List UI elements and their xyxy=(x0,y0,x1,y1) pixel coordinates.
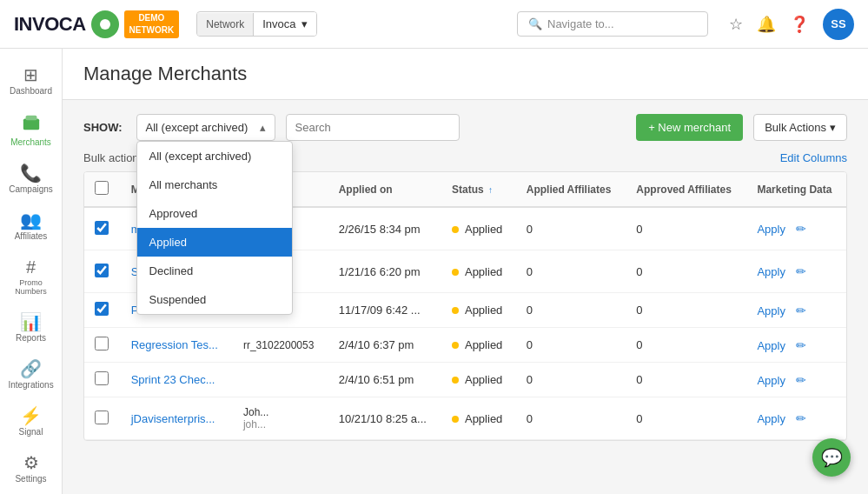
row-applied-affiliates: 0 xyxy=(516,397,626,440)
user-line1: rr_3102200053 xyxy=(243,339,318,351)
top-nav: INVOCA DEMO NETWORK Network Invoca ▾ 🔍 N… xyxy=(0,0,868,49)
merchant-link[interactable]: Sprint 23 Chec... xyxy=(131,373,215,386)
merchant-link[interactable]: jDavisenterpris... xyxy=(131,412,215,425)
row-marketing-data: Apply ✏ xyxy=(746,207,846,250)
edit-icon[interactable]: ✏ xyxy=(796,304,806,317)
reports-icon: 📊 xyxy=(20,313,42,330)
avatar[interactable]: SS xyxy=(823,9,854,40)
sidebar-item-reports[interactable]: 📊 Reports xyxy=(3,306,59,350)
edit-icon[interactable]: ✏ xyxy=(796,222,806,236)
edit-icon[interactable]: ✏ xyxy=(796,264,806,278)
status-dot xyxy=(452,226,459,233)
row-checkbox[interactable] xyxy=(95,337,109,350)
star-icon[interactable]: ☆ xyxy=(729,15,743,34)
row-status: Applied xyxy=(441,207,516,250)
edit-icon[interactable]: ✏ xyxy=(796,373,806,387)
status-dot xyxy=(452,377,459,384)
row-marketing-data: Apply ✏ xyxy=(746,328,846,363)
row-applied-on: 2/26/15 8:34 pm xyxy=(328,207,441,250)
row-applied-affiliates: 0 xyxy=(516,328,626,363)
row-user: Joh... joh... xyxy=(233,397,328,440)
col-approved-affiliates: Approved Affiliates xyxy=(626,172,746,207)
apply-button[interactable]: Apply xyxy=(757,265,785,278)
col-marketing-data: Marketing Data xyxy=(746,172,846,207)
merchant-link[interactable]: Regression Tes... xyxy=(131,338,218,351)
help-icon[interactable]: ❓ xyxy=(790,15,809,34)
col-checkbox xyxy=(84,172,121,207)
bell-icon[interactable]: 🔔 xyxy=(757,15,776,34)
user-line1: Joh... xyxy=(243,406,318,418)
toolbar: SHOW: All (except archived) ▴ All (excep… xyxy=(83,114,847,141)
status-dot xyxy=(452,342,459,349)
row-checkbox-cell xyxy=(84,207,121,250)
select-all-checkbox[interactable] xyxy=(95,181,109,195)
filter-button[interactable]: All (except archived) ▴ xyxy=(136,114,275,141)
sidebar: ⊞ Dashboard Merchants 📞 Campaigns 👥 Affi… xyxy=(0,49,63,494)
bulk-actions-label: Bulk Actions xyxy=(765,121,826,134)
filter-dropdown[interactable]: All (except archived) ▴ All (except arch… xyxy=(136,114,275,141)
row-checkbox[interactable] xyxy=(95,411,109,424)
apply-button[interactable]: Apply xyxy=(757,223,785,236)
sidebar-item-integrations[interactable]: 🔗 Integrations xyxy=(3,353,59,397)
chat-bubble[interactable]: 💬 xyxy=(812,438,851,477)
network-value: Invoca xyxy=(262,17,295,30)
row-applied-on: 11/17/09 6:42 ... xyxy=(328,293,441,328)
edit-columns-button[interactable]: Edit Columns xyxy=(780,151,847,164)
sidebar-item-merchants[interactable]: Merchants xyxy=(3,106,59,154)
sidebar-item-settings[interactable]: ⚙ Settings xyxy=(3,447,59,491)
row-merchant: Sprint 23 Chec... xyxy=(121,363,233,397)
bulk-actions-button[interactable]: Bulk Actions ▾ xyxy=(753,114,847,141)
row-applied-on: 2/4/10 6:37 pm xyxy=(328,328,441,363)
search-input[interactable] xyxy=(286,114,460,141)
network-dropdown[interactable]: Invoca ▾ xyxy=(254,12,315,36)
row-user xyxy=(233,363,328,397)
row-user: rr_3102200053 xyxy=(233,328,328,363)
user-line2: joh... xyxy=(243,418,318,431)
filter-option-suspended[interactable]: Suspended xyxy=(137,285,292,314)
row-checkbox[interactable] xyxy=(95,221,109,235)
main-layout: ⊞ Dashboard Merchants 📞 Campaigns 👥 Affi… xyxy=(0,49,868,494)
logo-icon xyxy=(91,10,119,38)
apply-button[interactable]: Apply xyxy=(757,339,785,352)
row-applied-on: 1/21/16 6:20 pm xyxy=(328,250,441,293)
sidebar-item-promo-numbers[interactable]: # Promo Numbers xyxy=(3,251,59,303)
edit-icon[interactable]: ✏ xyxy=(796,411,806,425)
col-status[interactable]: Status ↑ xyxy=(441,172,516,207)
filter-option-all-except-archived[interactable]: All (except archived) xyxy=(137,142,292,170)
page-title: Manage Merchants xyxy=(83,63,847,85)
nav-search[interactable]: 🔍 Navigate to... xyxy=(517,11,708,37)
filter-option-applied[interactable]: Applied xyxy=(137,228,292,257)
apply-button[interactable]: Apply xyxy=(757,304,785,317)
new-merchant-button[interactable]: + New merchant xyxy=(636,114,743,141)
row-status: Applied xyxy=(441,328,516,363)
network-selector[interactable]: Network Invoca ▾ xyxy=(196,11,316,37)
sidebar-item-dashboard[interactable]: ⊞ Dashboard xyxy=(3,59,59,103)
edit-icon[interactable]: ✏ xyxy=(796,338,806,352)
row-checkbox[interactable] xyxy=(95,302,109,316)
chevron-down-icon: ▾ xyxy=(830,121,836,134)
row-applied-affiliates: 0 xyxy=(516,363,626,397)
table-row: jDavisenterpris... Joh... joh... 10/21/1… xyxy=(84,397,846,440)
promo-numbers-icon: # xyxy=(26,258,36,276)
sidebar-item-campaigns[interactable]: 📞 Campaigns xyxy=(3,157,59,201)
row-applied-on: 2/4/10 6:51 pm xyxy=(328,363,441,397)
sort-icon: ↑ xyxy=(488,185,493,195)
sidebar-item-signal[interactable]: ⚡ Signal xyxy=(3,400,59,444)
sidebar-item-affiliates[interactable]: 👥 Affiliates xyxy=(3,204,59,248)
nav-icons: ☆ 🔔 ❓ SS xyxy=(729,9,854,40)
row-checkbox[interactable] xyxy=(95,264,109,277)
filter-option-declined[interactable]: Declined xyxy=(137,257,292,285)
filter-option-approved[interactable]: Approved xyxy=(137,199,292,228)
row-approved-affiliates: 0 xyxy=(626,207,746,250)
apply-button[interactable]: Apply xyxy=(757,412,785,425)
status-text: Applied xyxy=(465,412,502,425)
row-status: Applied xyxy=(441,363,516,397)
chevron-up-icon: ▴ xyxy=(260,121,266,134)
filter-option-all-merchants[interactable]: All merchants xyxy=(137,170,292,199)
row-approved-affiliates: 0 xyxy=(626,397,746,440)
row-applied-affiliates: 0 xyxy=(516,207,626,250)
apply-button[interactable]: Apply xyxy=(757,374,785,387)
row-status: Applied xyxy=(441,293,516,328)
status-text: Applied xyxy=(465,304,502,317)
row-checkbox[interactable] xyxy=(95,371,109,385)
